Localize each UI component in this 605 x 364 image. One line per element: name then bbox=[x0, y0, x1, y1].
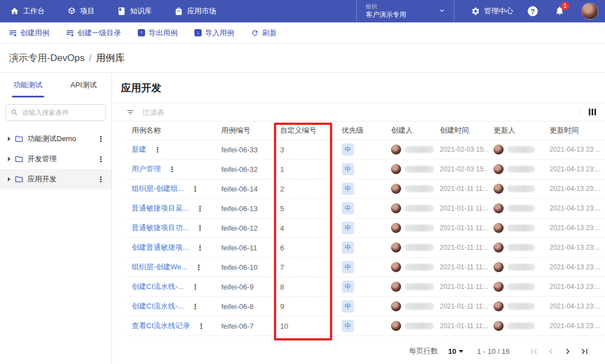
column-header-create-time[interactable]: 创建时间 bbox=[434, 125, 488, 136]
kebab-menu-icon[interactable]: ⋮ bbox=[192, 185, 199, 193]
priority-badge: 中 bbox=[342, 183, 354, 195]
export-cases-button[interactable]: ↑ 导出用例 bbox=[138, 28, 178, 38]
kebab-menu-icon[interactable]: ⋮ bbox=[198, 322, 205, 330]
tree-item[interactable]: 开发管理 ⋮ bbox=[0, 149, 111, 169]
custom-id: 7 bbox=[274, 263, 336, 272]
redacted-name bbox=[507, 323, 535, 329]
kebab-menu-icon[interactable]: ⋮ bbox=[197, 224, 204, 232]
case-name-link[interactable]: 普通敏捷项目功... bbox=[132, 223, 189, 233]
column-header-priority[interactable]: 优先级 bbox=[336, 125, 385, 136]
update-time: 2021-04-13 23:... bbox=[544, 185, 605, 193]
tree-item[interactable]: 应用开发 ⋮ bbox=[0, 169, 111, 189]
kebab-menu-icon[interactable]: ⋮ bbox=[192, 302, 199, 311]
column-header-creator[interactable]: 创建人 bbox=[385, 125, 434, 136]
case-name-link[interactable]: 用户管理 bbox=[132, 164, 161, 174]
redacted-name bbox=[507, 166, 535, 172]
kebab-menu-icon[interactable]: ⋮ bbox=[97, 175, 105, 183]
update-time: 2021-04-13 23:... bbox=[544, 146, 605, 153]
kebab-menu-icon[interactable]: ⋮ bbox=[192, 283, 199, 291]
case-code: feifei-06-9 bbox=[216, 283, 274, 291]
filter-input[interactable] bbox=[142, 108, 579, 116]
updater-cell bbox=[488, 282, 544, 292]
kebab-menu-icon[interactable]: ⋮ bbox=[197, 204, 204, 213]
kebab-menu-icon[interactable]: ⋮ bbox=[197, 244, 204, 252]
nav-item-app-market[interactable]: 应用市场 bbox=[174, 6, 216, 16]
user-avatar[interactable] bbox=[581, 3, 598, 20]
breadcrumb-current: 用例库 bbox=[96, 52, 125, 64]
updater-avatar bbox=[494, 282, 504, 292]
caret-right-icon[interactable] bbox=[8, 137, 11, 141]
nav-item-workbench[interactable]: 工作台 bbox=[10, 6, 45, 16]
kebab-menu-icon[interactable]: ⋮ bbox=[97, 155, 105, 163]
sidebar-search[interactable] bbox=[6, 104, 106, 121]
kebab-menu-icon[interactable]: ⋮ bbox=[169, 165, 176, 174]
kebab-menu-icon[interactable]: ⋮ bbox=[97, 135, 105, 143]
filter-icon[interactable] bbox=[126, 108, 134, 116]
caret-right-icon[interactable] bbox=[8, 177, 11, 181]
case-toolbar: 创建用例 创建一级目录 ↑ 导出用例 ↓ 导入用例 刷新 bbox=[0, 22, 605, 44]
caret-right-icon[interactable] bbox=[8, 157, 11, 161]
nav-item-projects[interactable]: 项目 bbox=[67, 6, 95, 16]
creator-avatar bbox=[391, 282, 401, 292]
column-settings-icon[interactable] bbox=[589, 109, 596, 115]
rows-per-page-select[interactable]: 10 bbox=[448, 347, 463, 356]
update-time: 2021-04-13 23:... bbox=[544, 283, 605, 291]
home-icon bbox=[10, 7, 19, 16]
tree-item[interactable]: 功能测试Demo ⋮ bbox=[0, 129, 111, 149]
case-name-link[interactable]: 组织层-创建We... bbox=[132, 262, 187, 272]
redacted-name bbox=[404, 166, 434, 172]
column-header-custom-id[interactable]: 自定义编号 bbox=[274, 125, 336, 136]
prev-page-button[interactable] bbox=[542, 343, 559, 360]
admin-center-button[interactable]: 管理中心 bbox=[454, 6, 528, 16]
case-code: feifei-06-32 bbox=[216, 165, 274, 174]
redacted-name bbox=[507, 146, 535, 153]
org-switcher[interactable]: 组织 客户演示专用 bbox=[356, 0, 454, 22]
sidebar-tabs: 功能测试 API测试 bbox=[0, 73, 111, 97]
export-icon: ↑ bbox=[138, 29, 145, 36]
column-header-update-time[interactable]: 更新时间 bbox=[544, 125, 605, 136]
divider bbox=[579, 107, 580, 117]
next-page-button[interactable] bbox=[559, 343, 576, 360]
create-directory-label: 创建一级目录 bbox=[77, 28, 121, 38]
table-body: 新建 ⋮ feifei-06-33 3 中 2021-02-03 15:... … bbox=[112, 140, 605, 336]
case-tree: 功能测试Demo ⋮ 开发管理 ⋮ 应用开发 ⋮ bbox=[0, 129, 111, 189]
case-name-link[interactable]: 新建 bbox=[132, 144, 146, 155]
tab-api-test[interactable]: API测试 bbox=[56, 73, 112, 97]
custom-id: 8 bbox=[274, 283, 336, 291]
case-name-link[interactable]: 创建普通敏捷项... bbox=[132, 242, 189, 253]
column-header-case-code[interactable]: 用例编号 bbox=[216, 125, 274, 136]
shopping-bag-icon bbox=[174, 7, 183, 16]
column-header-case-name[interactable]: 用例名称 bbox=[126, 125, 216, 136]
tab-label: API测试 bbox=[71, 80, 97, 90]
notifications-button[interactable]: 1 bbox=[555, 6, 565, 17]
case-name-link[interactable]: 创建CI流水线-... bbox=[132, 282, 184, 292]
help-button[interactable]: ? bbox=[528, 6, 538, 16]
updater-avatar bbox=[494, 301, 504, 311]
tab-function-test[interactable]: 功能测试 bbox=[0, 73, 56, 97]
case-name-link[interactable]: 创建CI流水线-... bbox=[132, 301, 184, 311]
create-directory-button[interactable]: 创建一级目录 bbox=[66, 28, 121, 38]
create-time: 2021-01-11 11:... bbox=[434, 263, 488, 271]
custom-id: 3 bbox=[274, 146, 336, 154]
table-row: 普通敏捷项目菜... ⋮ feifei-06-13 5 中 2021-01-11… bbox=[126, 199, 605, 218]
case-name-link[interactable]: 普通敏捷项目菜... bbox=[132, 203, 189, 213]
cube-icon bbox=[67, 7, 76, 16]
redacted-name bbox=[507, 205, 535, 212]
kebab-menu-icon[interactable]: ⋮ bbox=[195, 263, 202, 272]
updater-cell bbox=[488, 164, 544, 174]
case-name-link[interactable]: 组织层-创建组... bbox=[132, 184, 184, 194]
creator-avatar bbox=[391, 242, 401, 253]
kebab-menu-icon[interactable]: ⋮ bbox=[154, 146, 161, 154]
chevron-right-icon bbox=[562, 346, 573, 357]
create-case-button[interactable]: 创建用例 bbox=[9, 28, 49, 38]
refresh-button[interactable]: 刷新 bbox=[251, 28, 277, 38]
last-page-button[interactable] bbox=[576, 343, 593, 360]
import-cases-button[interactable]: ↓ 导入用例 bbox=[194, 28, 234, 38]
first-page-button[interactable] bbox=[525, 343, 542, 360]
breadcrumb-project[interactable]: 演示专用-DevOps bbox=[9, 52, 85, 64]
search-input[interactable] bbox=[22, 109, 101, 116]
nav-item-knowledge-base[interactable]: 知识库 bbox=[117, 6, 152, 16]
page-range: 1 - 10 / 16 bbox=[477, 347, 510, 356]
column-header-updater[interactable]: 更新人 bbox=[488, 125, 544, 136]
case-name-link[interactable]: 查看CI流水线记录 bbox=[132, 321, 190, 331]
